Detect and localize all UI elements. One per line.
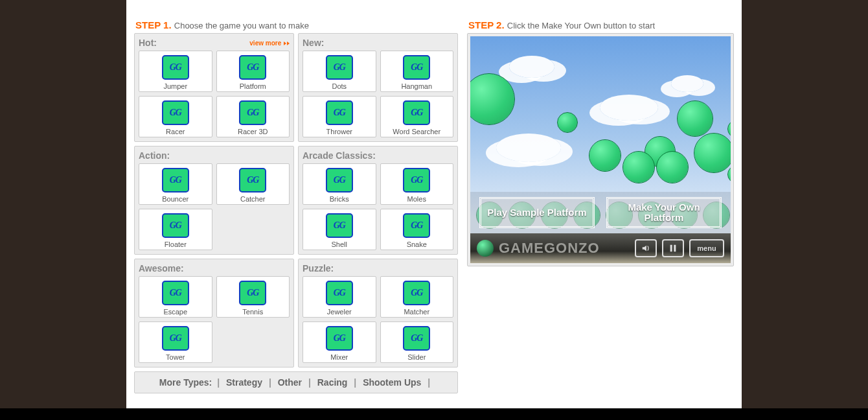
game-label: Word Searcher bbox=[381, 128, 453, 135]
category-title: Awesome: bbox=[139, 263, 184, 274]
category-title: Hot: bbox=[139, 38, 157, 48]
game-label: Tennis bbox=[217, 308, 290, 316]
game-label: Moles bbox=[381, 195, 453, 203]
game-label: Mixer bbox=[303, 353, 376, 361]
game-icon: GG bbox=[239, 100, 266, 125]
game-label: Racer bbox=[139, 128, 212, 135]
game-label: Platform bbox=[217, 82, 290, 90]
game-label: Tower bbox=[139, 353, 212, 361]
game-icon: GG bbox=[403, 168, 430, 192]
footer-strip bbox=[0, 408, 868, 420]
game-icon: GG bbox=[326, 213, 353, 238]
game-card[interactable]: GGDots bbox=[303, 51, 376, 92]
svg-rect-0 bbox=[670, 245, 672, 252]
category-panel: Puzzle:GGJewelerGGMatcherGGMixerGGSlider bbox=[298, 259, 458, 368]
game-label: Thrower bbox=[303, 128, 376, 135]
game-icon: GG bbox=[162, 168, 189, 192]
game-card[interactable]: GGMoles bbox=[380, 163, 454, 205]
category-title: Action: bbox=[139, 150, 170, 161]
game-card[interactable]: GGWord Searcher bbox=[380, 96, 454, 137]
category-title: Puzzle: bbox=[303, 263, 334, 274]
game-icon: GG bbox=[162, 55, 189, 80]
game-card[interactable]: GGBouncer bbox=[139, 163, 212, 205]
game-icon: GG bbox=[326, 100, 353, 125]
play-sample-button[interactable]: Play Sample Platform bbox=[479, 197, 595, 228]
game-card[interactable]: GGJeweler bbox=[303, 276, 376, 318]
game-card[interactable]: GGMatcher bbox=[380, 276, 454, 318]
game-card[interactable]: GGThrower bbox=[303, 96, 376, 137]
game-label: Escape bbox=[139, 308, 212, 316]
category-panel: Awesome:GGEscapeGGTennisGGTower bbox=[134, 259, 294, 368]
more-type-link[interactable]: Other bbox=[278, 377, 302, 388]
preview-frame: Play Sample Platform Make Your Own Platf… bbox=[467, 33, 734, 266]
game-label: Slider bbox=[381, 353, 453, 361]
category-panel: Hot:view more GGJumperGGPlatformGGRacerG… bbox=[134, 33, 294, 142]
game-card[interactable]: GGFloater bbox=[139, 209, 212, 250]
more-type-link[interactable]: Shootem Ups bbox=[363, 377, 421, 388]
game-label: Snake bbox=[381, 240, 453, 248]
game-icon: GG bbox=[403, 281, 430, 305]
game-card[interactable]: GGRacer 3D bbox=[216, 96, 290, 137]
game-card[interactable]: GGMixer bbox=[303, 321, 376, 363]
category-panel: New:GGDotsGGHangmanGGThrowerGGWord Searc… bbox=[298, 33, 458, 142]
game-preview: Play Sample Platform Make Your Own Platf… bbox=[470, 36, 731, 263]
brand-logo-icon bbox=[477, 240, 494, 257]
game-icon: GG bbox=[162, 326, 189, 351]
game-label: Hangman bbox=[381, 82, 453, 90]
game-label: Matcher bbox=[381, 308, 453, 316]
game-icon: GG bbox=[403, 55, 430, 80]
game-icon: GG bbox=[403, 213, 430, 238]
game-label: Jeweler bbox=[303, 308, 376, 316]
game-icon: GG bbox=[162, 213, 189, 238]
category-title: Arcade Classics: bbox=[303, 150, 376, 161]
game-icon: GG bbox=[239, 55, 266, 80]
game-icon: GG bbox=[326, 55, 353, 80]
category-title: New: bbox=[303, 38, 324, 48]
game-label: Bricks bbox=[303, 195, 376, 203]
view-more-link[interactable]: view more bbox=[249, 40, 290, 47]
game-icon: GG bbox=[403, 100, 430, 125]
game-card[interactable]: GGHangman bbox=[380, 51, 454, 92]
game-label: Jumper bbox=[139, 82, 212, 90]
game-icon: GG bbox=[326, 281, 353, 305]
pause-button[interactable] bbox=[662, 239, 684, 257]
game-card[interactable]: GGPlatform bbox=[216, 51, 290, 92]
make-your-own-button[interactable]: Make Your Own Platform bbox=[606, 197, 722, 228]
game-label: Racer 3D bbox=[217, 128, 290, 135]
game-icon: GG bbox=[403, 326, 430, 351]
game-card[interactable]: GGBricks bbox=[303, 163, 376, 205]
game-card[interactable]: GGCatcher bbox=[216, 163, 290, 205]
step1-title: STEP 1. Choose the game you want to make bbox=[135, 19, 458, 30]
game-card[interactable]: GGRacer bbox=[139, 96, 212, 137]
game-icon: GG bbox=[326, 168, 353, 192]
game-icon: GG bbox=[326, 326, 353, 351]
game-icon: GG bbox=[162, 281, 189, 305]
category-panel: Arcade Classics:GGBricksGGMolesGGShellGG… bbox=[298, 146, 458, 255]
more-type-link[interactable]: Racing bbox=[317, 377, 348, 388]
more-types-bar: More Types: | Strategy | Other | Racing … bbox=[134, 371, 458, 393]
game-icon: GG bbox=[162, 100, 189, 125]
game-card[interactable]: GGEscape bbox=[139, 276, 212, 318]
game-card[interactable]: GGSlider bbox=[380, 321, 454, 363]
sound-button[interactable] bbox=[635, 239, 657, 257]
game-label: Catcher bbox=[217, 195, 290, 203]
game-card[interactable]: GGSnake bbox=[380, 209, 454, 250]
game-label: Shell bbox=[303, 240, 376, 248]
brand-name: GAMEGONZO bbox=[499, 240, 600, 257]
category-panel: Action:GGBouncerGGCatcherGGFloater bbox=[134, 146, 294, 255]
game-icon: GG bbox=[239, 281, 266, 305]
game-card[interactable]: GGShell bbox=[303, 209, 376, 250]
game-card[interactable]: GGJumper bbox=[139, 51, 212, 92]
game-card[interactable]: GGTennis bbox=[216, 276, 290, 318]
menu-button[interactable]: menu bbox=[689, 239, 724, 257]
step2-title: STEP 2. Click the Make Your Own button t… bbox=[468, 19, 734, 30]
game-label: Floater bbox=[139, 240, 212, 248]
game-label: Bouncer bbox=[139, 195, 212, 203]
game-card[interactable]: GGTower bbox=[139, 321, 212, 363]
svg-rect-1 bbox=[674, 245, 676, 252]
more-type-link[interactable]: Strategy bbox=[226, 377, 262, 388]
game-icon: GG bbox=[239, 168, 266, 192]
game-label: Dots bbox=[303, 82, 376, 90]
